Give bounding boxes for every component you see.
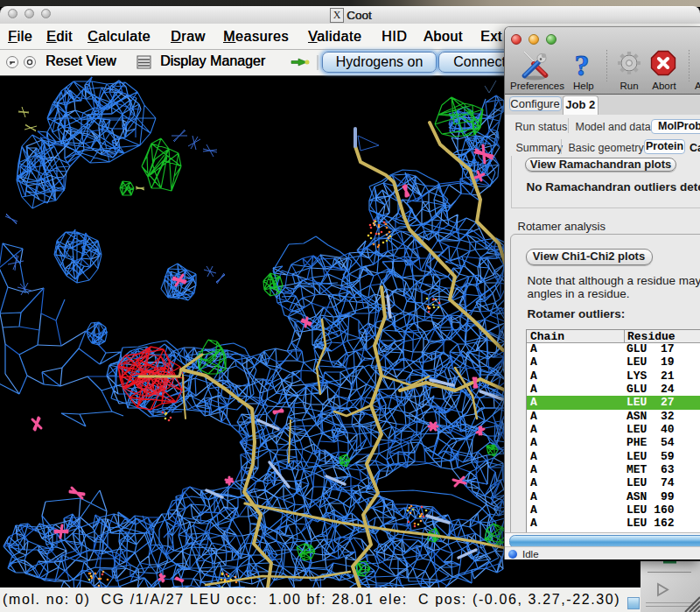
svg-text:?: ? — [575, 49, 590, 81]
